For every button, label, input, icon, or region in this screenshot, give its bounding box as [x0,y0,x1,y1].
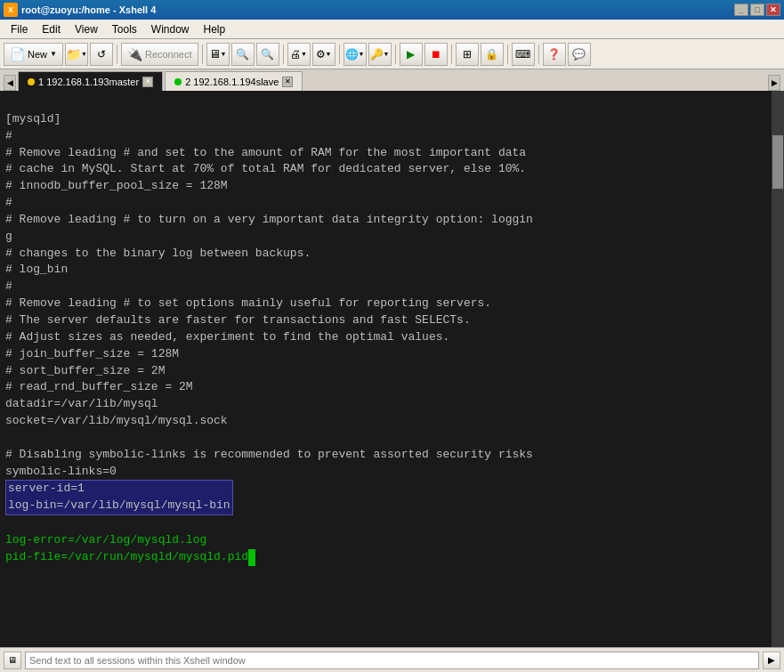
toolbar: 📄 New ▼ 📁 ▼ ↺ 🔌 Reconnect 🖥 ▼ 🔍 🔍 🖨 ▼ ⚙ … [0,39,784,69]
print-button[interactable]: 🖨 ▼ [287,43,311,66]
input-bar: 🖥 ▶ [0,647,784,672]
print-icon: 🖨 [290,48,301,61]
chat-button[interactable]: 💬 [568,43,591,66]
toolbar-sep5 [395,45,396,64]
reconnect-button[interactable]: 🔌 Reconnect [121,43,198,66]
input-terminal-icon: 🖥 [4,652,21,669]
window-controls[interactable]: _ □ ✕ [734,4,780,16]
tab-close-master[interactable]: ✕ [142,77,153,87]
app-icon: X [4,3,18,17]
menu-edit[interactable]: Edit [35,21,68,37]
tab-label-slave: 2 192.168.1.194slave [185,77,279,87]
stop-icon: ⏹ [431,48,441,61]
new-icon: 📄 [10,47,25,61]
lock-icon: 🔒 [485,48,498,61]
folder-dropdown-icon: ▼ [81,51,87,57]
key-button[interactable]: 🔑 ▼ [368,43,392,66]
terminal-output: [mysqld] # # Remove leading # and set to… [0,91,784,647]
terminal-container: [mysqld] # # Remove leading # and set to… [0,91,784,647]
menu-tools[interactable]: Tools [105,21,144,37]
keyboard-icon: ⌨ [515,48,530,61]
globe-button[interactable]: 🌐 ▼ [344,43,367,66]
close-button[interactable]: ✕ [766,4,780,16]
grid-icon: ⊞ [463,48,472,61]
settings-button[interactable]: ⚙ ▼ [312,43,335,66]
session-input[interactable] [25,652,759,669]
new-dropdown-icon[interactable]: ▼ [50,50,57,58]
window-title: root@zuoyu:/home - Xshell 4 [21,4,156,15]
toolbar-sep1 [117,45,117,64]
tab-bar: ◀ 1 192.168.1.193master ✕ 2 192.168.1.19… [0,69,784,91]
menu-bar: File Edit View Tools Window Help [0,20,784,39]
toolbar-sep2 [202,45,203,64]
menu-window[interactable]: Window [144,21,197,37]
scrollbar-thumb[interactable] [772,135,783,189]
play-button[interactable]: ▶ [400,43,423,66]
maximize-button[interactable]: □ [750,4,764,16]
toolbar-sep4 [339,45,340,64]
help-icon: ❓ [547,48,561,61]
monitor-icon: 🖥 [209,47,221,61]
reconnect-icon: 🔌 [127,47,142,61]
minimize-button[interactable]: _ [734,4,748,16]
refresh-icon: ↺ [97,48,106,61]
menu-view[interactable]: View [68,21,105,37]
menu-file[interactable]: File [4,21,35,37]
stop-button[interactable]: ⏹ [424,43,448,66]
input-send-button[interactable]: ▶ [763,652,780,669]
title-bar: X root@zuoyu:/home - Xshell 4 _ □ ✕ [0,0,784,20]
zoom-in-icon: 🔍 [236,48,249,61]
chat-icon: 💬 [572,48,586,61]
menu-help[interactable]: Help [197,21,233,37]
folder-icon: 📁 [66,47,81,61]
keyboard-button[interactable]: ⌨ [512,43,535,66]
open-button[interactable]: 📁 ▼ [65,43,88,66]
globe-icon: 🌐 [345,48,359,61]
new-button[interactable]: 📄 New ▼ [4,43,63,66]
toolbar-sep6 [451,45,452,64]
tab-slave[interactable]: 2 192.168.1.194slave ✕ [165,71,303,91]
tab-master[interactable]: 1 192.168.1.193master ✕ [18,71,163,91]
zoom-in-button[interactable]: 🔍 [231,43,255,66]
tab-close-slave[interactable]: ✕ [282,77,293,87]
tab-scroll-left[interactable]: ◀ [4,75,16,91]
play-icon: ▶ [407,48,415,61]
monitor-button[interactable]: 🖥 ▼ [206,43,230,66]
tab-scroll-right[interactable]: ▶ [768,75,780,91]
toolbar-sep8 [538,45,539,64]
toolbar-sep7 [507,45,508,64]
terminal-scrollbar[interactable] [772,91,784,647]
settings-icon: ⚙ [316,48,326,61]
zoom-out-icon: 🔍 [261,48,274,61]
tab-label-master: 1 192.168.1.193master [38,77,139,87]
zoom-out-button[interactable]: 🔍 [256,43,279,66]
help-button[interactable]: ❓ [543,43,566,66]
refresh-button[interactable]: ↺ [90,43,113,66]
main-area: [mysqld] # # Remove leading # and set to… [0,91,784,672]
key-icon: 🔑 [370,48,384,61]
toolbar-sep3 [283,45,284,64]
tab-status-dot-master [28,78,35,85]
lock-button[interactable]: 🔒 [481,43,504,66]
grid-button[interactable]: ⊞ [456,43,479,66]
tab-status-dot-slave [174,78,182,85]
